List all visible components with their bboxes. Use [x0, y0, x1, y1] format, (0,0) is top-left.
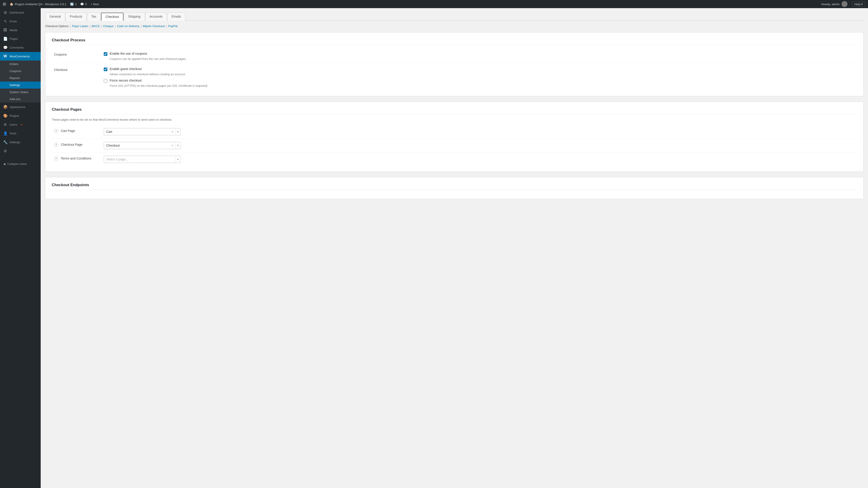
- checkout-page-arrow[interactable]: ▾: [175, 142, 180, 149]
- terms-page-arrow[interactable]: ▾: [175, 156, 180, 162]
- admin-bar-right: Howdy, admin Help ▾: [821, 1, 865, 7]
- dashboard-icon: ⊞: [3, 10, 7, 15]
- guest-checkout-checkbox[interactable]: [104, 68, 107, 71]
- howdy-text: Howdy, admin: [821, 2, 839, 6]
- tab-shipping[interactable]: Shipping: [124, 13, 145, 21]
- sub-nav: Checkout Options | PayU Latam | BACS | C…: [45, 24, 864, 28]
- coupons-label: Coupons: [54, 53, 67, 56]
- sub-nav-cod[interactable]: Cash on Delivery: [117, 24, 139, 28]
- site-icon: 🏠: [10, 2, 13, 6]
- tab-emails[interactable]: Emails: [167, 13, 185, 21]
- coupons-description: Coupons can be applied from the cart and…: [110, 57, 855, 61]
- checkout-page-row: ? Checkout Page Checkout × ▾: [52, 139, 857, 153]
- help-button[interactable]: Help ▾: [852, 2, 865, 6]
- sidebar-item-wc-settings[interactable]: Settings: [0, 82, 41, 89]
- terms-page-select[interactable]: Select a page... ▾: [104, 156, 181, 163]
- checkout-process-section: Checkout Process Coupons Enable the use …: [45, 32, 864, 96]
- checkout-label: Checkout: [54, 68, 67, 72]
- sidebar-item-users[interactable]: 👤 Tools: [0, 129, 41, 138]
- comments-icon: 💬: [80, 2, 84, 6]
- pages-icon: 📄: [3, 37, 7, 41]
- sidebar-item-tools[interactable]: 🔧 Settings: [0, 138, 41, 147]
- products-icon: 📦: [3, 105, 7, 109]
- cart-page-label: Cart Page: [61, 129, 75, 133]
- sidebar-item-dashboard[interactable]: ⊞ Dashboard: [0, 8, 41, 17]
- checkout-page-help-icon[interactable]: ?: [54, 143, 58, 147]
- tab-accounts[interactable]: Accounts: [145, 13, 167, 21]
- tools-icon: 🔧: [3, 140, 7, 144]
- woocommerce-icon: W: [3, 54, 7, 58]
- terms-page-help-icon[interactable]: ?: [54, 157, 58, 161]
- sub-nav-cheque[interactable]: Cheque: [103, 24, 114, 28]
- checkout-endpoints-section: Checkout Endpoints: [45, 177, 864, 199]
- collapse-menu-button[interactable]: ◀ Collapse menu: [0, 160, 41, 168]
- checkout-pages-section: Checkout Pages These pages need to be se…: [45, 102, 864, 172]
- collapse-icon: ◀: [3, 162, 5, 166]
- sidebar-item-settings[interactable]: ⚙: [0, 147, 41, 156]
- sidebar-item-coupons[interactable]: Coupons: [0, 68, 41, 74]
- checkout-page-label: Checkout Page: [61, 143, 83, 147]
- checkout-page-select[interactable]: Checkout × ▾: [104, 142, 181, 149]
- tab-tax[interactable]: Tax: [87, 13, 101, 21]
- tab-products[interactable]: Products: [66, 13, 87, 21]
- sidebar-item-pages[interactable]: 📄 Pages: [0, 34, 41, 43]
- main-content: General Products Tax Checkout Shipping A…: [41, 8, 868, 488]
- tab-general[interactable]: General: [45, 13, 65, 21]
- comments-nav-icon: 💬: [3, 45, 7, 50]
- admin-bar: ⊞ 🏠 Plugins Ambiente QA - Wordpress 3.8.…: [0, 0, 868, 8]
- enable-coupons-checkbox[interactable]: [104, 52, 107, 56]
- cart-page-row: ? Cart Page Cart × ▾: [52, 125, 857, 139]
- enable-coupons-row: Enable the use of coupons: [104, 52, 855, 56]
- settings-tabs: General Products Tax Checkout Shipping A…: [45, 13, 864, 21]
- sidebar: ⊞ Dashboard ✎ Posts 🖼 Media 📄 Pages 💬 Co…: [0, 8, 41, 488]
- cart-page-value: Cart: [104, 128, 170, 135]
- sidebar-item-appearance[interactable]: 🎨 Plugins: [0, 111, 41, 120]
- checkout-process-table: Coupons Enable the use of coupons Coupon…: [52, 48, 857, 91]
- sidebar-item-orders[interactable]: Orders: [0, 61, 41, 68]
- site-name[interactable]: 🏠 Plugins Ambiente QA - Wordpress 3.8.1: [10, 2, 66, 6]
- sidebar-item-media[interactable]: 🖼 Media: [0, 26, 41, 34]
- updates-item[interactable]: 🔄 2: [70, 2, 76, 6]
- cart-page-help-icon[interactable]: ?: [54, 129, 58, 133]
- comments-item[interactable]: 💬 0: [80, 2, 87, 6]
- tab-checkout[interactable]: Checkout: [101, 13, 123, 21]
- sidebar-item-products[interactable]: 📦 Appearance: [0, 103, 41, 111]
- updates-icon: 🔄: [70, 2, 74, 6]
- users-icon: 👤: [3, 131, 7, 135]
- checkout-row: Checkout Enable guest checkout Allows cu…: [52, 64, 857, 91]
- ssl-checkout-row: Force secure checkout: [104, 78, 855, 83]
- terms-page-placeholder: Select a page...: [104, 156, 175, 163]
- sub-nav-label: Checkout Options: [45, 24, 68, 28]
- checkout-page-clear[interactable]: ×: [170, 142, 175, 149]
- cart-page-select[interactable]: Cart × ▾: [104, 128, 181, 135]
- plugins-badge: [20, 125, 23, 125]
- avatar: [842, 1, 847, 7]
- sidebar-item-comments[interactable]: 💬 Comments: [0, 43, 41, 52]
- ssl-checkout-checkbox[interactable]: [104, 79, 107, 83]
- wp-logo-icon[interactable]: ⊞: [3, 2, 6, 6]
- sub-nav-paypal[interactable]: PayPal: [168, 24, 178, 28]
- sidebar-item-add-ons[interactable]: Add-ons: [0, 96, 41, 103]
- plugins-icon: ⚙: [3, 123, 7, 127]
- checkout-pages-table: ? Cart Page Cart × ▾ ? Ch: [52, 125, 857, 166]
- settings-icon: ⚙: [3, 149, 7, 153]
- cart-page-arrow[interactable]: ▾: [175, 129, 180, 135]
- sidebar-item-woocommerce[interactable]: W WooCommerce: [0, 52, 41, 61]
- ssl-checkout-description: Force SSL (HTTPS) on the checkout pages …: [110, 84, 855, 88]
- terms-page-row: ? Terms and Conditions Select a page... …: [52, 153, 857, 166]
- ssl-checkout-label: Force secure checkout: [110, 78, 142, 82]
- posts-icon: ✎: [3, 19, 7, 24]
- sidebar-item-reports[interactable]: Reports: [0, 74, 41, 82]
- new-item[interactable]: + New: [90, 2, 99, 6]
- checkout-pages-title: Checkout Pages: [52, 107, 857, 114]
- sub-nav-payulatam[interactable]: PayU Latam: [72, 24, 88, 28]
- sidebar-item-system-status[interactable]: System Status: [0, 89, 41, 96]
- sidebar-item-posts[interactable]: ✎ Posts: [0, 17, 41, 26]
- sub-nav-mijireh[interactable]: Mijireh Checkout: [143, 24, 165, 28]
- enable-coupons-label: Enable the use of coupons: [110, 52, 147, 55]
- sidebar-item-plugins[interactable]: ⚙ Users: [0, 120, 41, 129]
- guest-checkout-label: Enable guest checkout: [110, 67, 142, 71]
- sub-nav-bacs[interactable]: BACS: [92, 24, 100, 28]
- coupons-row: Coupons Enable the use of coupons Coupon…: [52, 48, 857, 64]
- cart-page-clear[interactable]: ×: [170, 128, 175, 135]
